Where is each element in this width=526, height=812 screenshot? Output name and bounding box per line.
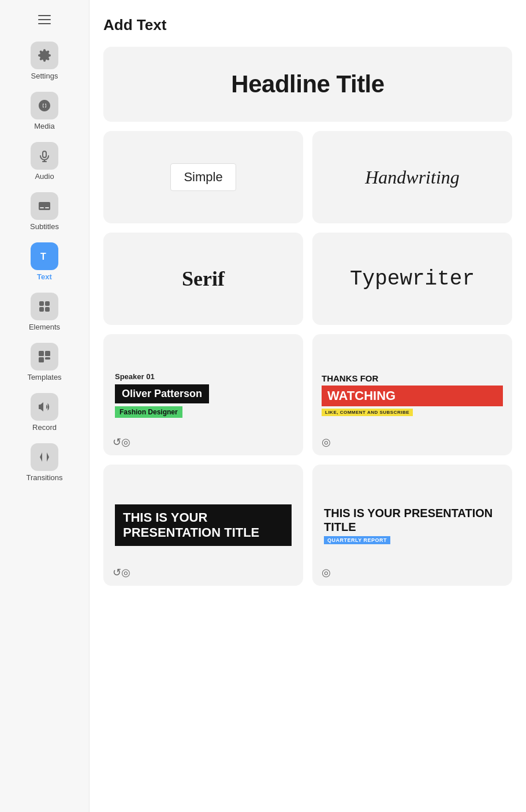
handwriting-card[interactable]: Handwriting xyxy=(312,131,512,223)
sidebar-item-text[interactable]: T Text xyxy=(10,238,79,286)
svg-rect-15 xyxy=(39,357,44,362)
serif-text: Serif xyxy=(182,267,225,291)
pres-outline-inner: THIS IS YOUR PRESENTATION TITLE QUARTERL… xyxy=(312,465,512,586)
speaker-thanks-row: Speaker 01 Oliver Patterson Fashion Desi… xyxy=(103,334,512,455)
pres-bold-inner: THIS IS YOUR PRESENTATION TITLE ↺◎ xyxy=(103,465,303,586)
thanks-card[interactable]: THANKS FOR WATCHING LIKE, COMMENT AND SU… xyxy=(312,334,512,455)
speaker-name: Oliver Patterson xyxy=(122,388,202,399)
simple-box: Simple xyxy=(170,163,236,191)
sidebar-item-media[interactable]: Media xyxy=(10,87,79,135)
thanks-sub: LIKE, COMMENT AND SUBSCRIBE xyxy=(325,410,409,415)
pres-outline-badge-text: QUARTERLY REPORT xyxy=(327,537,387,543)
svg-rect-10 xyxy=(45,301,50,306)
settings-icon xyxy=(38,48,51,62)
speaker-card-inner: Speaker 01 Oliver Patterson Fashion Desi… xyxy=(103,334,303,455)
serif-card[interactable]: Serif xyxy=(103,233,303,325)
pres-outline-title: THIS IS YOUR PRESENTATION TITLE xyxy=(324,506,501,534)
headline-row: Headline Title xyxy=(103,47,512,122)
svg-rect-16 xyxy=(45,357,50,360)
sidebar-item-label-subtitles: Subtitles xyxy=(30,222,59,231)
typewriter-card[interactable]: Typewriter xyxy=(312,233,512,325)
animation-icon-speaker: ↺◎ xyxy=(113,436,130,448)
sidebar-item-elements[interactable]: Elements xyxy=(10,288,79,336)
speaker-role-box: Fashion Designer xyxy=(115,406,182,418)
simple-handwriting-row: Simple Handwriting xyxy=(103,131,512,223)
transitions-icon xyxy=(38,450,51,464)
record-icon xyxy=(38,400,51,414)
svg-rect-14 xyxy=(45,351,50,356)
thanks-sub-box: LIKE, COMMENT AND SUBSCRIBE xyxy=(322,409,413,416)
headline-text: Headline Title xyxy=(231,70,384,98)
svg-rect-6 xyxy=(40,207,44,208)
pres-outline-badge: QUARTERLY REPORT xyxy=(324,536,390,544)
sidebar-item-label-templates: Templates xyxy=(27,373,61,381)
menu-button[interactable] xyxy=(32,9,57,30)
serif-typewriter-row: Serif Typewriter xyxy=(103,233,512,325)
sidebar-item-templates[interactable]: Templates xyxy=(10,338,79,386)
pres-bold-card[interactable]: THIS IS YOUR PRESENTATION TITLE ↺◎ xyxy=(103,465,303,586)
sidebar-item-label-elements: Elements xyxy=(29,323,60,331)
sidebar-item-label-record: Record xyxy=(32,423,57,432)
page-title: Add Text xyxy=(103,16,512,34)
templates-icon xyxy=(38,350,51,364)
speaker-label: Speaker 01 xyxy=(115,372,155,381)
svg-rect-12 xyxy=(45,307,50,312)
text-style-grid: Headline Title Simple Handwriting Serif … xyxy=(103,47,512,586)
simple-text: Simple xyxy=(184,170,222,184)
svg-rect-13 xyxy=(39,351,44,356)
sidebar-item-audio[interactable]: Audio xyxy=(10,137,79,185)
subtitles-icon-box xyxy=(31,192,58,220)
media-icon-box xyxy=(31,92,58,119)
svg-rect-5 xyxy=(39,202,50,210)
main-content: Add Text Headline Title Simple Handwriti… xyxy=(89,0,526,812)
speaker-role: Fashion Designer xyxy=(120,408,178,416)
elements-icon-box xyxy=(31,293,58,320)
text-icon: T xyxy=(38,249,51,263)
speaker-card[interactable]: Speaker 01 Oliver Patterson Fashion Desi… xyxy=(103,334,303,455)
record-icon-box xyxy=(31,393,58,421)
templates-icon-box xyxy=(31,343,58,371)
sidebar-item-label-audio: Audio xyxy=(35,172,54,181)
svg-rect-11 xyxy=(39,307,44,312)
audio-icon-box xyxy=(31,142,58,170)
svg-rect-9 xyxy=(39,301,44,306)
thanks-card-inner: THANKS FOR WATCHING LIKE, COMMENT AND SU… xyxy=(312,334,512,455)
text-icon-box: T xyxy=(31,242,58,270)
subtitles-icon xyxy=(38,199,51,213)
svg-rect-7 xyxy=(45,207,49,208)
headline-card[interactable]: Headline Title xyxy=(103,47,512,122)
animation-icon-pres-bold: ↺◎ xyxy=(113,566,130,579)
sidebar-item-label-transitions: Transitions xyxy=(26,473,62,482)
sidebar-item-subtitles[interactable]: Subtitles xyxy=(10,188,79,235)
settings-icon-box xyxy=(31,42,58,69)
svg-text:T: T xyxy=(40,252,46,261)
sidebar-item-record[interactable]: Record xyxy=(10,388,79,436)
animation-icon-thanks: ◎ xyxy=(322,436,331,448)
thanks-watching: WATCHING xyxy=(327,388,396,403)
sidebar-item-transitions[interactable]: Transitions xyxy=(10,439,79,487)
animation-icon-pres-outline: ◎ xyxy=(322,566,331,579)
elements-icon xyxy=(38,300,51,313)
pres-bold-text: THIS IS YOUR PRESENTATION TITLE xyxy=(123,510,259,540)
presentation-row: THIS IS YOUR PRESENTATION TITLE ↺◎ THIS … xyxy=(103,465,512,586)
sidebar: Settings Media Audio xyxy=(0,0,89,812)
pres-bold-box: THIS IS YOUR PRESENTATION TITLE xyxy=(115,504,292,547)
thanks-title: THANKS FOR xyxy=(322,373,378,383)
transitions-icon-box xyxy=(31,443,58,471)
typewriter-text: Typewriter xyxy=(350,267,475,291)
svg-rect-4 xyxy=(43,104,46,107)
sidebar-item-label-text: Text xyxy=(37,272,52,281)
handwriting-text: Handwriting xyxy=(365,167,460,188)
sidebar-item-label-settings: Settings xyxy=(31,72,58,80)
media-icon xyxy=(38,99,51,113)
audio-icon xyxy=(38,149,51,163)
speaker-name-box: Oliver Patterson xyxy=(115,384,209,403)
sidebar-item-settings[interactable]: Settings xyxy=(10,37,79,85)
thanks-watching-box: WATCHING xyxy=(322,386,503,406)
sidebar-item-label-media: Media xyxy=(34,122,54,130)
pres-outline-card[interactable]: THIS IS YOUR PRESENTATION TITLE QUARTERL… xyxy=(312,465,512,586)
simple-card[interactable]: Simple xyxy=(103,131,303,223)
